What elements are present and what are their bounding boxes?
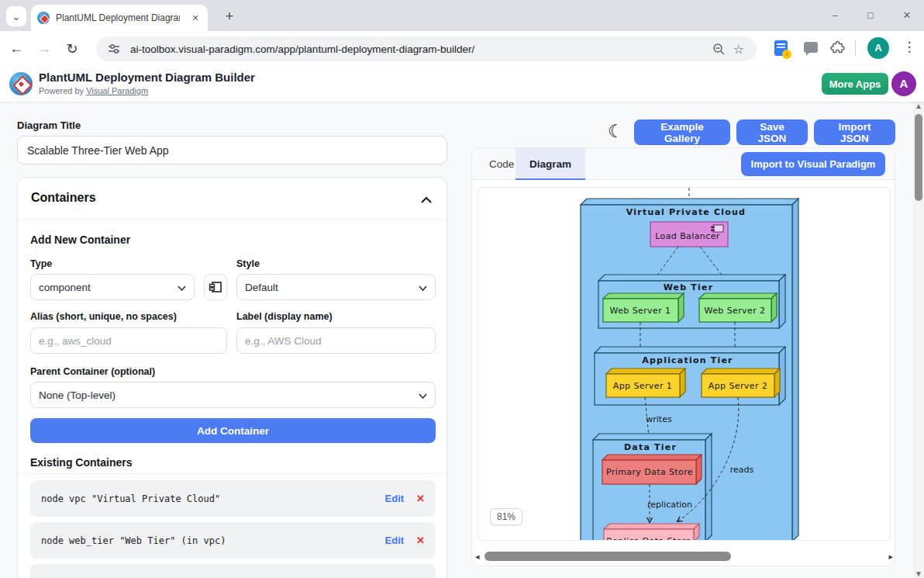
scroll-right-icon[interactable]: ▸ [888, 552, 893, 562]
back-button[interactable]: ← [5, 40, 28, 57]
scroll-left-icon[interactable]: ◂ [475, 552, 480, 562]
tab-diagram[interactable]: Diagram [515, 148, 585, 180]
containers-section-header[interactable]: Containers [18, 178, 446, 220]
extensions-puzzle-icon[interactable] [830, 40, 846, 59]
zoom-level-badge: 81% [490, 508, 522, 525]
delete-icon[interactable]: ✕ [416, 493, 425, 504]
containers-card: Containers Add New Container Type Style … [17, 177, 447, 578]
bookmark-star-icon[interactable]: ☆ [729, 39, 749, 59]
style-select[interactable]: Default [236, 274, 436, 300]
preview-tabs: Code Diagram Import to Visual Paradigm [472, 148, 895, 180]
node-primary-data-store: Primary Data Store [602, 455, 702, 484]
svg-text:Primary Data Store: Primary Data Store [606, 467, 693, 477]
diagram-title-label: Diagram Title [17, 119, 81, 131]
container-row-app-tier: node app_tier "Application Tier" (in vpc… [30, 564, 436, 578]
parent-container-select[interactable]: None (Top-level) [30, 382, 436, 408]
scroll-up-icon[interactable]: ▲ [914, 102, 923, 110]
extension-doc-icon[interactable] [774, 40, 788, 56]
node-load-balancer: Load Balancer [650, 222, 728, 247]
edit-link[interactable]: Edit [385, 535, 405, 546]
chevron-down-icon [419, 282, 427, 293]
type-select-value: component [39, 282, 91, 293]
address-bar[interactable]: ai-toolbox.visual-paradigm.com/app/plant… [96, 36, 757, 61]
scroll-down-icon[interactable]: ▼ [914, 569, 923, 578]
divider [18, 473, 446, 474]
powered-by-prefix: Powered by [39, 86, 86, 95]
app-header: PlantUML Deployment Diagram Builder Powe… [0, 66, 924, 102]
url-text[interactable]: ai-toolbox.visual-paradigm.com/app/plant… [130, 43, 709, 55]
edit-link[interactable]: Edit [385, 493, 405, 504]
svg-text:Load Balancer: Load Balancer [655, 231, 720, 241]
svg-text:Virtual Private Cloud: Virtual Private Cloud [626, 207, 746, 217]
chevron-up-icon[interactable] [420, 193, 433, 207]
horizontal-scrollbar-thumb[interactable] [484, 552, 731, 561]
edge-label-writes: writes [646, 414, 672, 424]
parent-select-value: None (Top-level) [39, 389, 116, 401]
type-select[interactable]: component [30, 274, 195, 300]
save-json-button[interactable]: Save JSON [736, 119, 808, 145]
delete-icon[interactable]: ✕ [416, 535, 425, 546]
svg-text:Replica Data Store: Replica Data Store [606, 536, 691, 541]
style-select-value: Default [245, 282, 278, 293]
dark-mode-moon-icon[interactable]: ☾ [608, 121, 624, 142]
node-app-server-2: App Server 2 [702, 369, 780, 397]
more-apps-button[interactable]: More Apps [822, 73, 888, 95]
deployment-diagram: Virtual Private Cloud Load Balancer Web … [478, 188, 891, 541]
container-code: node web_tier "Web Tier" (in vpc) [41, 535, 385, 546]
parent-container-label: Parent Container (optional) [30, 366, 155, 377]
window-maximize-button[interactable]: □ [859, 6, 882, 25]
add-new-container-heading: Add New Container [30, 234, 130, 246]
label-label: Label (display name) [236, 311, 333, 322]
browser-tab[interactable]: PlantUML Deployment Diagram ✕ [31, 5, 208, 31]
containers-title: Containers [31, 191, 96, 205]
chevron-down-icon [178, 282, 186, 293]
toolbar-separator [855, 40, 856, 56]
style-label: Style [236, 258, 260, 269]
window-minimize-button[interactable]: – [823, 6, 846, 25]
edge-label-replication: replication [647, 500, 692, 510]
label-input[interactable] [236, 327, 436, 354]
svg-text:Data Tier: Data Tier [624, 442, 677, 452]
node-web-server-2: Web Server 2 [699, 293, 777, 322]
svg-text:Web Server 1: Web Server 1 [610, 306, 671, 316]
import-json-button[interactable]: Import JSON [814, 119, 895, 145]
alias-label: Alias (short, unique, no spaces) [30, 311, 177, 322]
visual-paradigm-logo [9, 72, 33, 95]
browser-tabstrip: ⌄ PlantUML Deployment Diagram ✕ + – □ ✕ [0, 0, 924, 31]
container-row-web-tier: node web_tier "Web Tier" (in vpc) Edit ✕ [30, 522, 436, 559]
import-to-visual-paradigm-button[interactable]: Import to Visual Paradigm [741, 152, 885, 176]
alias-input[interactable] [30, 327, 227, 354]
chevron-down-icon [419, 389, 427, 401]
add-container-button[interactable]: Add Container [30, 418, 436, 443]
browser-menu-icon[interactable]: ⋮ [902, 39, 917, 55]
visual-paradigm-link[interactable]: Visual Paradigm [86, 86, 148, 95]
browser-profile-avatar[interactable]: A [867, 37, 889, 59]
horizontal-scrollbar[interactable]: ◂ ▸ [475, 550, 893, 562]
site-info-icon[interactable] [104, 39, 124, 59]
zoom-out-icon[interactable] [709, 39, 729, 59]
page-scrollbar-thumb[interactable] [915, 114, 922, 201]
forward-button[interactable]: → [33, 40, 56, 57]
svg-text:App Server 1: App Server 1 [613, 381, 672, 391]
node-web-server-1: Web Server 1 [603, 293, 684, 322]
window-close-button[interactable]: ✕ [895, 6, 919, 25]
powered-by: Powered by Visual Paradigm [39, 86, 148, 95]
component-preview-button[interactable] [204, 274, 227, 300]
new-tab-button[interactable]: + [220, 8, 239, 26]
container-row-vpc: node vpc "Virtual Private Cloud" Edit ✕ [30, 480, 436, 517]
user-avatar[interactable]: A [891, 71, 916, 96]
container-code: node vpc "Virtual Private Cloud" [41, 493, 385, 504]
chat-extension-icon[interactable] [804, 42, 818, 53]
diagram-viewport[interactable]: Virtual Private Cloud Load Balancer Web … [478, 187, 891, 541]
svg-text:App Server 2: App Server 2 [709, 381, 767, 391]
example-gallery-button[interactable]: Example Gallery [634, 119, 730, 145]
tab-search-button[interactable]: ⌄ [6, 6, 26, 26]
diagram-title-input[interactable] [17, 136, 447, 164]
page-scrollbar[interactable]: ▲ ▼ [913, 102, 924, 578]
tab-close-icon[interactable]: ✕ [189, 12, 202, 24]
app-title: PlantUML Deployment Diagram Builder [39, 71, 255, 84]
node-app-server-1: App Server 1 [606, 369, 685, 397]
reload-button[interactable]: ↻ [60, 40, 84, 57]
node-replica-data-store: Replica Data Store [604, 524, 699, 541]
svg-text:Web Server 2: Web Server 2 [705, 306, 766, 316]
